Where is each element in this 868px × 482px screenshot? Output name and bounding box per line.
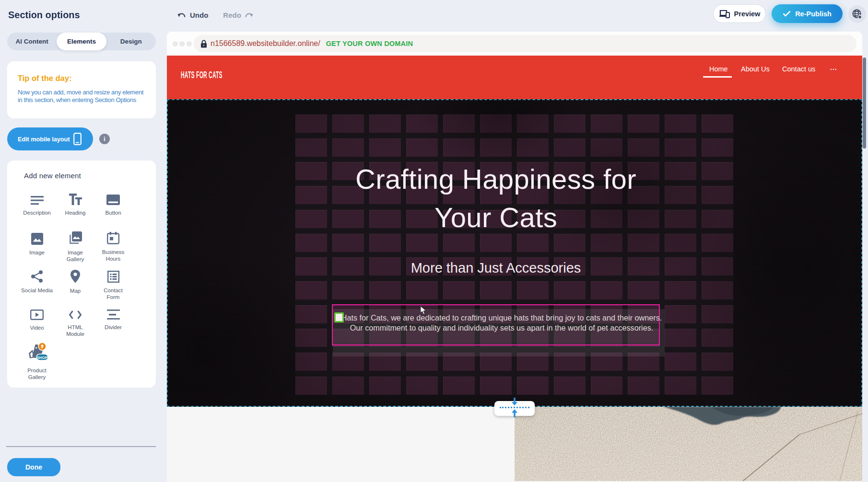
svg-text:SHOP: SHOP [37, 356, 48, 360]
